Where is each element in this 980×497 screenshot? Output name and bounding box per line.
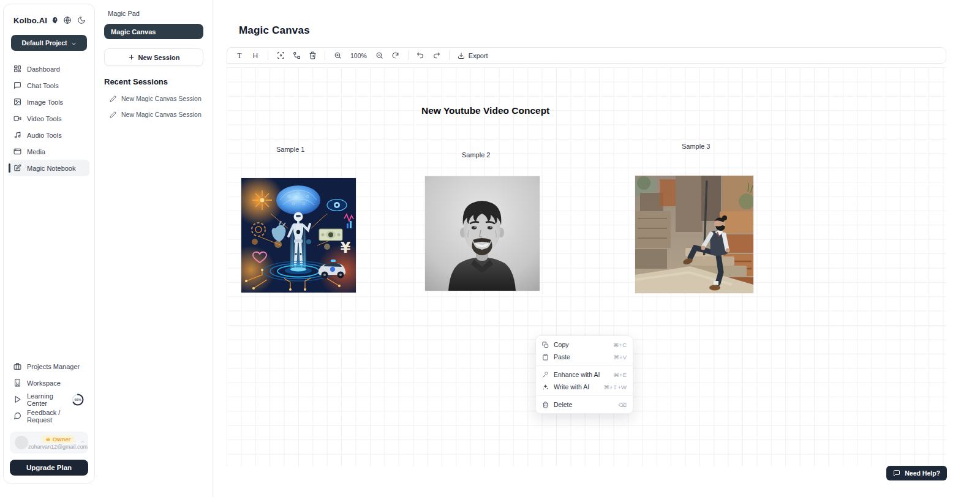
- copy-icon: [542, 342, 549, 348]
- undo-button[interactable]: [414, 49, 428, 62]
- sidebar-item-magic-notebook[interactable]: Magic Notebook: [9, 160, 89, 176]
- context-menu-enhance-with-ai[interactable]: Enhance with AI ⌘+E: [536, 368, 633, 381]
- text-tool-button[interactable]: T: [233, 49, 246, 62]
- reset-view-button[interactable]: [389, 49, 402, 62]
- context-menu-paste[interactable]: Paste ⌘+V: [536, 351, 633, 363]
- sidebar-item-label: Image Tools: [27, 99, 63, 106]
- sample-1-image[interactable]: ¥: [241, 178, 356, 293]
- session-panel: Magic Pad Magic Canvas New Session Recen…: [95, 0, 213, 497]
- shortcut-label: ⌫: [619, 402, 627, 408]
- sidebar-item-video-tools[interactable]: Video Tools: [9, 110, 89, 127]
- money-icon: [319, 229, 342, 241]
- help-chat-icon: [893, 469, 900, 477]
- context-menu-write-with-ai[interactable]: Write with AI ⌘+⇧+W: [536, 381, 633, 393]
- building-icon: [13, 379, 21, 387]
- paste-icon: [542, 354, 549, 361]
- context-menu: Copy ⌘+C Paste ⌘+V Enhance with AI ⌘+E W…: [535, 335, 633, 414]
- toolbar-separator: [268, 51, 268, 60]
- redo-button[interactable]: [430, 49, 443, 62]
- dashboard-icon: [13, 65, 21, 73]
- chevron-down-icon: [71, 40, 77, 46]
- dark-mode-moon-icon[interactable]: [77, 16, 86, 24]
- sidebar-item-label: Media: [27, 148, 45, 155]
- toolbar-separator: [408, 51, 409, 60]
- session-list-item[interactable]: New Magic Canvas Session: [104, 95, 203, 102]
- sidebar-item-label: Audio Tools: [27, 132, 62, 139]
- heading-tool-button[interactable]: H: [249, 49, 262, 62]
- session-list-item[interactable]: New Magic Canvas Session: [104, 111, 203, 118]
- sample-3-image[interactable]: [635, 176, 753, 293]
- context-menu-separator: [536, 395, 633, 396]
- user-card[interactable]: Owner zoharvan12@gmail.com: [10, 432, 88, 454]
- shortcut-label: ⌘+V: [614, 354, 627, 361]
- sidebar-item-audio-tools[interactable]: Audio Tools: [9, 127, 89, 143]
- svg-text:¥: ¥: [341, 239, 351, 256]
- sidebar-nav: Dashboard Chat Tools Image Tools Video T…: [9, 61, 89, 176]
- shortcut-label: ⌘+⇧+W: [603, 384, 627, 390]
- project-selector-label: Default Project: [21, 39, 67, 47]
- sidebar-item-label: Video Tools: [27, 115, 61, 122]
- music-note-icon: [13, 131, 21, 139]
- owner-role-badge: Owner: [41, 435, 75, 443]
- sample-2-label[interactable]: Sample 2: [462, 151, 490, 159]
- need-help-button[interactable]: Need Help?: [886, 466, 947, 480]
- learning-progress-badge: 66%: [71, 393, 85, 406]
- upgrade-plan-button[interactable]: Upgrade Plan: [10, 460, 88, 476]
- zoom-level: 100%: [347, 52, 371, 59]
- language-globe-icon[interactable]: [63, 16, 72, 24]
- connector-tool-button[interactable]: [290, 49, 303, 62]
- svg-text:66%: 66%: [74, 398, 81, 402]
- export-button[interactable]: Export: [455, 52, 491, 59]
- sidebar-item-learning-center[interactable]: Learning Center 66%: [9, 391, 89, 408]
- new-session-button[interactable]: New Session: [104, 48, 203, 66]
- ai-head-logo-icon: [51, 15, 59, 25]
- sidebar-bottom: Projects Manager Workspace Learning Cent…: [9, 358, 89, 476]
- context-menu-separator: [536, 365, 633, 366]
- user-menu-chevron-icon[interactable]: [80, 436, 85, 441]
- context-menu-delete[interactable]: Delete ⌫: [536, 398, 633, 411]
- main-area: Magic Canvas T H 100% Export New Youtube…: [213, 0, 980, 497]
- play-icon: [13, 395, 21, 403]
- sidebar-item-chat-tools[interactable]: Chat Tools: [9, 77, 89, 94]
- recent-sessions-heading: Recent Sessions: [104, 77, 203, 86]
- canvas-toolbar: T H 100% Export: [227, 47, 946, 64]
- select-scan-tool-button[interactable]: [274, 49, 287, 62]
- sample-2-image[interactable]: [425, 176, 540, 291]
- context-menu-copy[interactable]: Copy ⌘+C: [536, 338, 633, 351]
- shortcut-label: ⌘+C: [613, 342, 627, 348]
- sidebar-item-dashboard[interactable]: Dashboard: [9, 61, 89, 77]
- menu-item-magic-pad[interactable]: Magic Pad: [104, 9, 203, 18]
- page-title: Magic Canvas: [239, 24, 310, 37]
- video-camera-icon: [13, 114, 21, 122]
- sidebar-item-label: Chat Tools: [27, 82, 59, 89]
- brand-logo-text: Kolbo.AI: [13, 16, 47, 25]
- zoom-in-button[interactable]: [331, 49, 344, 62]
- feedback-chat-icon: [13, 412, 21, 420]
- pencil-icon: [110, 95, 116, 102]
- delete-tool-button[interactable]: [306, 49, 319, 62]
- toolbar-separator: [449, 51, 450, 60]
- sidebar-item-label: Learning Center: [27, 392, 64, 407]
- canvas-grid[interactable]: New Youtube Video Concept Sample 1 Sampl…: [227, 67, 946, 466]
- plus-icon: [128, 54, 135, 61]
- sidebar-item-projects-manager[interactable]: Projects Manager: [9, 358, 89, 375]
- sidebar-item-label: Magic Notebook: [27, 165, 76, 172]
- sparkles-icon: [542, 384, 549, 390]
- sidebar-item-feedback[interactable]: Feedback / Request: [9, 408, 89, 424]
- sample-1-label[interactable]: Sample 1: [276, 146, 304, 153]
- zoom-out-button[interactable]: [373, 49, 386, 62]
- chat-bubble-icon: [13, 81, 21, 89]
- sidebar-item-label: Feedback / Request: [27, 409, 85, 424]
- sidebar-item-media[interactable]: Media: [9, 143, 89, 160]
- crown-icon: [45, 436, 51, 442]
- sidebar-item-image-tools[interactable]: Image Tools: [9, 94, 89, 110]
- download-icon: [458, 52, 465, 59]
- menu-item-magic-canvas[interactable]: Magic Canvas: [104, 24, 203, 39]
- project-selector[interactable]: Default Project: [11, 35, 87, 51]
- sample-3-label[interactable]: Sample 3: [682, 143, 710, 150]
- sidebar-item-label: Workspace: [27, 379, 61, 387]
- sidebar-item-workspace[interactable]: Workspace: [9, 375, 89, 391]
- board-title[interactable]: New Youtube Video Concept: [421, 105, 549, 116]
- avatar: [15, 436, 28, 449]
- notebook-pen-icon: [13, 164, 21, 172]
